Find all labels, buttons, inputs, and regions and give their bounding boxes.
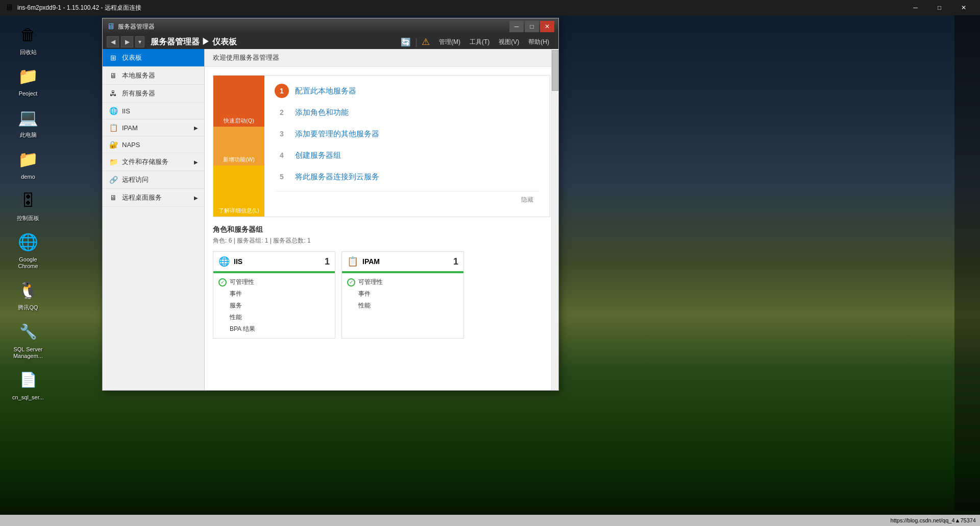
file-storage-icon: 📁 bbox=[109, 158, 118, 166]
sidebar-local-server-label: 本地服务器 bbox=[122, 71, 155, 80]
sm-body: ⊞ 仪表板 🖥 本地服务器 🖧 所有服务器 🌐 IIS 📋 IPAM ▶ � bbox=[103, 49, 558, 390]
iis-card-body: ✓ 可管理性 事件 服务 性能 BPA 结果 bbox=[213, 273, 335, 338]
sm-content-header: 欢迎使用服务器管理器 bbox=[205, 49, 558, 67]
sm-scrollbar[interactable] bbox=[551, 49, 558, 390]
sm-menu-help[interactable]: 帮助(H) bbox=[524, 36, 553, 49]
sm-refresh-icon[interactable]: 🔄 bbox=[401, 37, 411, 47]
sm-menu-manage[interactable]: 管理(M) bbox=[435, 36, 464, 49]
sidebar-item-local-server[interactable]: 🖥 本地服务器 bbox=[103, 67, 204, 85]
desktop-icon-sql-server[interactable]: 🔧 SQL Server Managem... bbox=[8, 318, 48, 362]
this-pc-icon: 💻 bbox=[16, 105, 40, 130]
step-label-5: 将此服务器连接到云服务 bbox=[295, 172, 379, 182]
desktop-icon-this-pc[interactable]: 💻 此电脑 bbox=[8, 103, 48, 140]
sm-win-controls: ─ □ ✕ bbox=[509, 21, 554, 32]
step-item-1[interactable]: 1 配置此本地服务器 bbox=[275, 84, 540, 98]
sm-maximize-button[interactable]: □ bbox=[525, 21, 539, 32]
sm-close-button[interactable]: ✕ bbox=[540, 21, 554, 32]
rdp-minimize-button[interactable]: ─ bbox=[904, 0, 927, 15]
step-num-4: 4 bbox=[275, 148, 289, 162]
ipam-card-header: 📋 IPAM 1 bbox=[342, 252, 463, 271]
step-item-5[interactable]: 5 将此服务器连接到云服务 bbox=[275, 170, 540, 184]
sm-dropdown-button[interactable]: ▾ bbox=[135, 36, 144, 47]
desktop-icon-recycle-bin[interactable]: 🗑 回收站 bbox=[8, 20, 48, 58]
iis-card-header: 🌐 IIS 1 bbox=[213, 252, 335, 271]
iis-card-title: IIS bbox=[234, 257, 321, 266]
sm-menu-view[interactable]: 视图(V) bbox=[495, 36, 523, 49]
control-panel-label: 控制面板 bbox=[17, 215, 39, 222]
sidebar-item-remote-access[interactable]: 🔗 远程访问 bbox=[103, 171, 204, 189]
hide-link[interactable]: 隐藏 bbox=[521, 196, 533, 204]
sidebar-item-dashboard[interactable]: ⊞ 仪表板 bbox=[103, 49, 204, 67]
step-label-1: 配置此本地服务器 bbox=[295, 86, 356, 96]
ipam-card-count: 1 bbox=[453, 256, 458, 267]
control-panel-icon: 🎛 bbox=[16, 188, 40, 213]
sidebar-item-iis[interactable]: 🌐 IIS bbox=[103, 103, 204, 119]
iis-role-card[interactable]: 🌐 IIS 1 ✓ 可管理性 事件 服务 性能 bbox=[213, 251, 335, 339]
remote-desktop-arrow-icon: ▶ bbox=[194, 195, 198, 201]
iis-status-icon: ✓ bbox=[218, 278, 227, 286]
tencent-qq-label: 腾讯QQ bbox=[18, 304, 38, 311]
sm-breadcrumb: 服务器管理器 ▶ 仪表板 bbox=[149, 37, 401, 47]
sm-forward-button[interactable]: ▶ bbox=[121, 36, 133, 47]
remote-access-icon: 🔗 bbox=[109, 176, 118, 184]
step-label-2: 添加角色和功能 bbox=[295, 108, 349, 117]
all-servers-icon: 🖧 bbox=[109, 89, 118, 98]
rdp-close-button[interactable]: ✕ bbox=[952, 0, 975, 15]
desktop-icon-demo[interactable]: 📁 demo bbox=[8, 145, 48, 182]
ipam-events-row: 事件 bbox=[347, 288, 458, 300]
iis-services-row: 服务 bbox=[218, 300, 330, 312]
sidebar-item-file-storage[interactable]: 📁 文件和存储服务 ▶ bbox=[103, 153, 204, 171]
sql-server-label: SQL Server Managem... bbox=[10, 346, 46, 360]
new-features-label: 新增功能(W) bbox=[223, 156, 255, 163]
iis-bpa-row: BPA 结果 bbox=[218, 323, 330, 335]
sql-server-icon: 🔧 bbox=[16, 320, 40, 344]
sm-toolbar-right: 🔄 | ⚠ bbox=[401, 36, 435, 47]
sidebar-item-ipam[interactable]: 📋 IPAM ▶ bbox=[103, 119, 204, 136]
sm-warning-icon[interactable]: ⚠ bbox=[422, 36, 430, 47]
sm-titlebar: 🖥 服务器管理器 ─ □ ✕ bbox=[103, 18, 558, 35]
desktop-icon-peoject[interactable]: 📁 Peoject bbox=[8, 62, 48, 99]
recycle-bin-label: 回收站 bbox=[20, 49, 37, 56]
naps-icon: 🔐 bbox=[109, 140, 118, 149]
sm-back-button[interactable]: ◀ bbox=[107, 36, 119, 47]
rdp-maximize-button[interactable]: □ bbox=[928, 0, 951, 15]
ipam-card-body: ✓ 可管理性 事件 性能 bbox=[342, 273, 463, 315]
desktop-icon-google-chrome[interactable]: 🌐 Google Chrome bbox=[8, 228, 48, 272]
step-num-5: 5 bbox=[275, 170, 289, 184]
step-item-4[interactable]: 4 创建服务器组 bbox=[275, 148, 540, 162]
peoject-icon: 📁 bbox=[16, 64, 40, 88]
peoject-label: Peoject bbox=[19, 90, 38, 97]
sm-sidebar: ⊞ 仪表板 🖥 本地服务器 🖧 所有服务器 🌐 IIS 📋 IPAM ▶ � bbox=[103, 49, 205, 390]
sidebar-item-all-servers[interactable]: 🖧 所有服务器 bbox=[103, 85, 204, 103]
sm-minimize-button[interactable]: ─ bbox=[509, 21, 524, 32]
sidebar-iis-label: IIS bbox=[122, 107, 130, 115]
iis-events-row: 事件 bbox=[218, 288, 330, 300]
ipam-status-icon: ✓ bbox=[347, 278, 355, 286]
desktop-icon-tencent-qq[interactable]: 🐧 腾讯QQ bbox=[8, 276, 48, 313]
step-label-4: 创建服务器组 bbox=[295, 151, 341, 160]
sm-scrollbar-thumb[interactable] bbox=[552, 50, 558, 91]
desktop-icon-control-panel[interactable]: 🎛 控制面板 bbox=[8, 186, 48, 224]
roles-subtitle: 角色: 6 | 服务器组: 1 | 服务器总数: 1 bbox=[213, 236, 550, 245]
demo-label: demo bbox=[21, 174, 35, 180]
sm-menu-tools[interactable]: 工具(T) bbox=[465, 36, 494, 49]
sidebar-item-remote-desktop[interactable]: 🖥 远程桌面服务 ▶ bbox=[103, 189, 204, 207]
sidebar-remote-desktop-label: 远程桌面服务 bbox=[122, 193, 162, 202]
tencent-qq-icon: 🐧 bbox=[16, 278, 40, 302]
file-storage-arrow-icon: ▶ bbox=[194, 159, 198, 165]
ipam-performance-row: 性能 bbox=[347, 300, 458, 312]
remote-desktop-icon: 🖥 bbox=[109, 194, 118, 202]
ipam-role-card[interactable]: 📋 IPAM 1 ✓ 可管理性 事件 性能 bbox=[341, 251, 464, 339]
iis-card-icon: 🌐 bbox=[218, 256, 230, 267]
demo-icon: 📁 bbox=[16, 147, 40, 172]
step-item-3[interactable]: 3 添加要管理的其他服务器 bbox=[275, 127, 540, 141]
desktop-icon-cn-sql[interactable]: 📄 cn_sql_ser... bbox=[8, 366, 48, 403]
sidebar-item-naps[interactable]: 🔐 NAPS bbox=[103, 136, 204, 153]
quick-start-panel: 快速启动(Q) bbox=[213, 76, 264, 127]
status-url: https://blog.csdn.net/qq_4▲75374 bbox=[891, 517, 976, 523]
step-item-2[interactable]: 2 添加角色和功能 bbox=[275, 105, 540, 119]
rdp-window-icon: 🖥 bbox=[5, 3, 13, 12]
quick-start-label: 快速启动(Q) bbox=[224, 117, 254, 125]
sm-menubar: ◀ ▶ ▾ 服务器管理器 ▶ 仪表板 🔄 | ⚠ 管理(M) 工具(T) 视图(… bbox=[103, 35, 558, 49]
google-chrome-label: Google Chrome bbox=[10, 256, 46, 270]
